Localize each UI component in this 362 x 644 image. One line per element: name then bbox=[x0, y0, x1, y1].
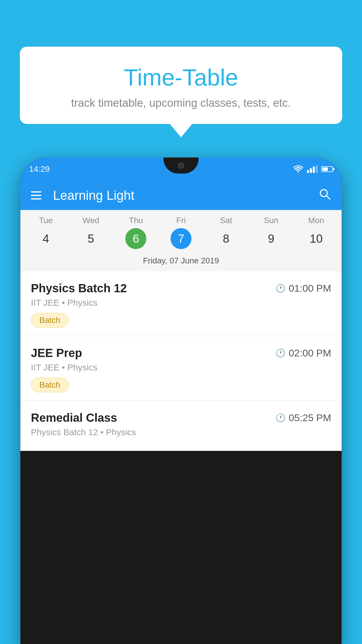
phone-frame: 14:29 Learn bbox=[20, 158, 342, 644]
day-number[interactable]: 8 bbox=[216, 228, 237, 249]
batch-badge: Batch bbox=[31, 378, 69, 392]
batch-badge: Batch bbox=[31, 313, 69, 328]
class-subtitle: IIT JEE • Physics bbox=[31, 298, 331, 308]
clock-icon: 🕐 bbox=[275, 413, 286, 423]
day-name: Sat bbox=[220, 216, 232, 225]
day-col[interactable]: Sat8 bbox=[203, 216, 249, 249]
day-col[interactable]: Fri7 bbox=[159, 216, 204, 249]
day-name: Wed bbox=[82, 216, 99, 225]
class-name: Remedial Class bbox=[31, 411, 117, 424]
days-row: Tue4Wed5Thu6Fri7Sat8Sun9Mon10 bbox=[20, 210, 342, 252]
class-card[interactable]: JEE Prep🕐 02:00 PMIIT JEE • PhysicsBatch bbox=[20, 336, 342, 401]
signal-icon bbox=[307, 165, 318, 173]
day-col[interactable]: Thu6 bbox=[113, 216, 159, 249]
notch bbox=[164, 158, 198, 174]
class-time: 🕐 02:00 PM bbox=[275, 347, 331, 359]
classes-list: Physics Batch 12🕐 01:00 PMIIT JEE • Phys… bbox=[20, 271, 342, 451]
day-number[interactable]: 10 bbox=[306, 228, 327, 249]
class-subtitle: Physics Batch 12 • Physics bbox=[31, 427, 331, 437]
day-number[interactable]: 7 bbox=[171, 228, 191, 249]
svg-line-1 bbox=[326, 196, 330, 199]
day-col[interactable]: Mon10 bbox=[294, 216, 339, 249]
time-value: 05:25 PM bbox=[289, 412, 331, 424]
time-value: 01:00 PM bbox=[289, 283, 331, 294]
day-number[interactable]: 6 bbox=[125, 228, 146, 249]
tooltip-card: Time-Table track timetable, upcoming cla… bbox=[20, 47, 342, 124]
day-name: Thu bbox=[129, 216, 143, 225]
app-header: Learning Light bbox=[20, 181, 342, 210]
wifi-icon bbox=[293, 165, 303, 173]
camera bbox=[178, 162, 184, 169]
day-name: Tue bbox=[39, 216, 53, 225]
tooltip-title: Time-Table bbox=[40, 64, 322, 91]
day-number[interactable]: 9 bbox=[261, 228, 282, 249]
status-icons bbox=[293, 165, 333, 173]
class-subtitle: IIT JEE • Physics bbox=[31, 363, 331, 372]
class-time: 🕐 01:00 PM bbox=[275, 283, 331, 294]
day-col[interactable]: Wed5 bbox=[68, 216, 114, 249]
day-col[interactable]: Tue4 bbox=[23, 216, 68, 249]
class-name: JEE Prep bbox=[31, 346, 82, 360]
calendar-section: Tue4Wed5Thu6Fri7Sat8Sun9Mon10 Friday, 07… bbox=[20, 210, 342, 271]
day-name: Sun bbox=[264, 216, 278, 225]
menu-button[interactable] bbox=[31, 191, 41, 200]
class-name: Physics Batch 12 bbox=[31, 282, 127, 295]
status-time: 14:29 bbox=[29, 164, 50, 174]
class-card[interactable]: Remedial Class🕐 05:25 PMPhysics Batch 12… bbox=[20, 401, 342, 451]
class-time: 🕐 05:25 PM bbox=[275, 412, 331, 424]
day-number[interactable]: 4 bbox=[35, 228, 56, 249]
search-button[interactable] bbox=[318, 188, 331, 203]
tooltip-subtitle: track timetable, upcoming classes, tests… bbox=[40, 97, 322, 109]
status-bar: 14:29 bbox=[20, 158, 342, 181]
time-value: 02:00 PM bbox=[289, 347, 331, 359]
class-card[interactable]: Physics Batch 12🕐 01:00 PMIIT JEE • Phys… bbox=[20, 271, 342, 336]
day-number[interactable]: 5 bbox=[80, 228, 101, 249]
day-name: Mon bbox=[308, 216, 324, 225]
selected-date-label: Friday, 07 June 2019 bbox=[20, 252, 342, 271]
clock-icon: 🕐 bbox=[275, 348, 286, 358]
day-name: Fri bbox=[176, 216, 186, 225]
clock-icon: 🕐 bbox=[275, 284, 286, 293]
day-col[interactable]: Sun9 bbox=[249, 216, 294, 249]
app-title: Learning Light bbox=[53, 188, 318, 203]
battery-icon bbox=[321, 166, 333, 172]
